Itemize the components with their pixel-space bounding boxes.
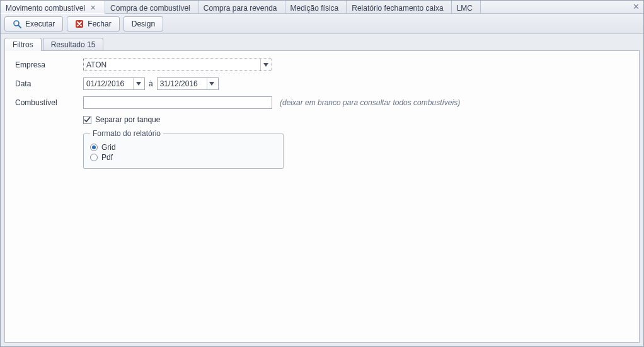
svg-line-1 [18, 25, 21, 28]
close-all-icon[interactable]: ✕ [633, 3, 640, 11]
date-from-field[interactable]: 01/12/2016 [83, 77, 145, 90]
search-icon [13, 20, 21, 28]
combustivel-label: Combustível [15, 98, 83, 107]
chevron-down-icon[interactable] [133, 78, 143, 89]
tab-filtros[interactable]: Filtros [4, 38, 42, 51]
design-label: Design [132, 20, 155, 28]
date-from-value: 01/12/2016 [86, 79, 130, 88]
checkbox-icon [83, 116, 91, 124]
formato-pdf-radio[interactable]: Pdf [90, 153, 277, 162]
doc-tab-medicao-fisica[interactable]: Medição física [285, 1, 347, 13]
chevron-down-icon[interactable] [207, 78, 217, 89]
inner-tab-strip: Filtros Resultado 15 [4, 37, 640, 50]
tab-resultado-label: Resultado 15 [51, 40, 96, 49]
empresa-label: Empresa [15, 60, 83, 69]
execute-button[interactable]: Executar [4, 16, 63, 31]
toolbar: Executar Fechar Design [1, 14, 643, 34]
doc-tab-relatorio-caixa[interactable]: Relatório fechamento caixa [347, 1, 451, 13]
doc-tab-label: Compra para revenda [204, 4, 277, 13]
formato-grid-radio[interactable]: Grid [90, 143, 277, 152]
formato-grid-label: Grid [101, 143, 116, 152]
close-label: Fechar [88, 20, 111, 28]
formato-group: Formato do relatório Grid Pdf [83, 129, 284, 169]
row-data: Data 01/12/2016 à 31/12/2016 [15, 77, 629, 90]
tab-filtros-label: Filtros [13, 40, 33, 49]
design-button[interactable]: Design [124, 16, 163, 31]
chevron-down-icon[interactable] [260, 59, 270, 71]
row-empresa: Empresa ATON [15, 59, 629, 71]
doc-tab-lmc[interactable]: LMC [452, 1, 481, 13]
close-button[interactable]: Fechar [67, 16, 119, 31]
doc-tab-movimento[interactable]: Movimento combustível ✕ [1, 1, 105, 14]
date-to-field[interactable]: 31/12/2016 [157, 77, 219, 90]
doc-tab-strip: Movimento combustível ✕ Compra de combus… [1, 1, 643, 14]
tab-resultado[interactable]: Resultado 15 [43, 38, 104, 51]
filters-panel: Empresa ATON Data 01/12/2016 à [4, 50, 640, 343]
separar-tanque-checkbox[interactable]: Separar por tanque [83, 115, 160, 124]
empresa-value: ATON [86, 60, 258, 69]
date-separator: à [149, 79, 153, 88]
doc-tab-compra-combustivel[interactable]: Compra de combustível [105, 1, 198, 13]
radio-icon [90, 154, 98, 161]
data-label: Data [15, 79, 83, 88]
doc-tab-compra-revenda[interactable]: Compra para revenda [198, 1, 285, 13]
close-icon[interactable]: ✕ [89, 4, 97, 11]
doc-tab-label: Relatório fechamento caixa [352, 4, 443, 13]
doc-tab-label: LMC [457, 4, 473, 13]
doc-tab-label: Compra de combustível [110, 4, 190, 13]
execute-label: Executar [25, 20, 55, 28]
separar-tanque-label: Separar por tanque [95, 115, 160, 124]
doc-tab-label: Medição física [290, 4, 339, 13]
combustivel-field[interactable] [83, 96, 272, 109]
combustivel-hint: (deixar em branco para consultar todos c… [280, 98, 460, 107]
formato-pdf-label: Pdf [101, 153, 113, 162]
app-window: Movimento combustível ✕ Compra de combus… [0, 0, 644, 347]
radio-icon [90, 144, 98, 151]
panel-wrap: Filtros Resultado 15 Empresa ATON Data [4, 37, 640, 343]
date-to-value: 31/12/2016 [160, 79, 204, 88]
doc-tab-label: Movimento combustível [6, 4, 85, 13]
formato-legend: Formato do relatório [90, 129, 163, 138]
close-icon [75, 20, 84, 28]
row-combustivel: Combustível (deixar em branco para consu… [15, 96, 629, 109]
empresa-combo[interactable]: ATON [83, 59, 272, 71]
